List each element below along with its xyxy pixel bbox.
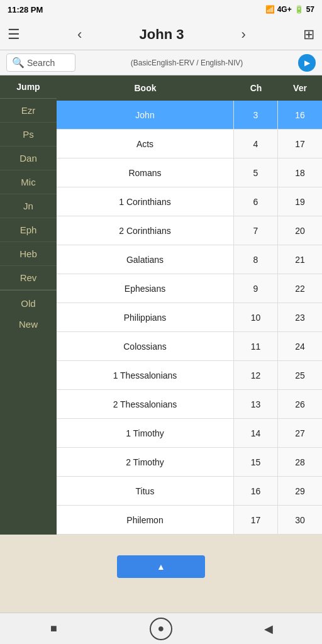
column-headers: Book Ch Ver xyxy=(57,75,322,101)
network-type: 4G+ xyxy=(277,5,292,14)
jump-sidebar: Jump Ezr Ps Dan Mic Jn Eph Heb Rev Old N… xyxy=(0,75,57,535)
book-cell: 2 Timothy xyxy=(57,448,234,476)
table-row[interactable]: Galatians821 xyxy=(57,245,322,274)
table-row[interactable]: 2 Timothy1528 xyxy=(57,448,322,477)
ver-cell: 27 xyxy=(278,419,322,447)
prev-chapter-icon[interactable]: ‹ xyxy=(77,26,82,43)
book-cell: Galatians xyxy=(57,245,234,274)
jump-item-old[interactable]: Old xyxy=(0,293,57,314)
translation-label: (BasicEnglish-ERV / English-NIV) xyxy=(80,58,293,67)
ch-cell: 10 xyxy=(234,303,278,331)
table-row[interactable]: 1 Corinthians619 xyxy=(57,187,322,216)
book-cell: Acts xyxy=(57,130,234,158)
ch-cell: 3 xyxy=(234,101,278,129)
ver-header: Ver xyxy=(278,75,322,101)
ch-cell: 13 xyxy=(234,390,278,418)
grid-icon[interactable]: ⊞ xyxy=(303,26,314,43)
jump-item-rev[interactable]: Rev xyxy=(0,266,57,290)
status-icons: 📶 4G+ 🔋 57 xyxy=(265,5,314,14)
back-button[interactable]: ◀ xyxy=(257,618,280,640)
bottom-nav: ■ ● ◀ xyxy=(0,613,322,644)
book-cell: 1 Thessalonians xyxy=(57,361,234,389)
jump-item-dan[interactable]: Dan xyxy=(0,147,57,170)
table-row[interactable]: Ephesians922 xyxy=(57,274,322,303)
ver-cell: 28 xyxy=(278,448,322,476)
table-row[interactable]: Titus1629 xyxy=(57,477,322,506)
page-title: John 3 xyxy=(140,26,184,43)
battery-icon: 🔋 xyxy=(294,5,304,14)
ch-cell: 6 xyxy=(234,187,278,216)
ch-cell: 4 xyxy=(234,130,278,158)
table-row[interactable]: 2 Corinthians720 xyxy=(57,216,322,245)
book-cell: Ephesians xyxy=(57,274,234,303)
menu-icon[interactable]: ☰ xyxy=(8,26,20,43)
book-cell: 2 Corinthians xyxy=(57,216,234,245)
ch-header: Ch xyxy=(234,75,278,101)
ch-cell: 9 xyxy=(234,274,278,303)
old-new-divider: Old New xyxy=(0,290,57,337)
book-cell: Titus xyxy=(57,477,234,505)
book-cell: 1 Timothy xyxy=(57,419,234,447)
book-cell: 2 Thessalonians xyxy=(57,390,234,418)
ver-cell: 18 xyxy=(278,158,322,187)
book-table: John316Acts417Romans5181 Corinthians6192… xyxy=(57,101,322,535)
ver-cell: 24 xyxy=(278,332,322,360)
jump-item-ezr[interactable]: Ezr xyxy=(0,99,57,123)
book-cell: John xyxy=(57,101,234,129)
jump-item-new[interactable]: New xyxy=(0,314,57,335)
ch-cell: 16 xyxy=(234,477,278,505)
next-chapter-icon[interactable]: › xyxy=(242,26,246,43)
battery-level: 57 xyxy=(306,5,314,14)
table-row[interactable]: Philippians1023 xyxy=(57,303,322,332)
ver-cell: 21 xyxy=(278,245,322,274)
ch-cell: 5 xyxy=(234,158,278,187)
search-label: Search xyxy=(27,58,55,68)
ch-cell: 17 xyxy=(234,506,278,534)
ch-cell: 15 xyxy=(234,448,278,476)
triangle-up-icon: ▲ xyxy=(157,562,165,572)
right-panel: Book Ch Ver John316Acts417Romans5181 Cor… xyxy=(57,75,322,535)
jump-item-ps[interactable]: Ps xyxy=(0,123,57,147)
book-cell: Romans xyxy=(57,158,234,187)
ch-cell: 7 xyxy=(234,216,278,245)
table-row[interactable]: John316 xyxy=(57,101,322,130)
table-row[interactable]: 1 Timothy1427 xyxy=(57,419,322,448)
jump-header: Jump xyxy=(0,75,57,99)
ver-cell: 26 xyxy=(278,390,322,418)
home-indicator[interactable]: ▲ xyxy=(117,555,205,578)
ver-cell: 23 xyxy=(278,303,322,331)
signal-icon: 📶 xyxy=(265,5,275,14)
jump-item-heb[interactable]: Heb xyxy=(0,242,57,266)
jump-item-jn[interactable]: Jn xyxy=(0,194,57,218)
book-cell: Colossians xyxy=(57,332,234,360)
table-row[interactable]: Philemon1730 xyxy=(57,506,322,535)
search-input-area[interactable]: 🔍 Search xyxy=(6,53,75,72)
ver-cell: 20 xyxy=(278,216,322,245)
ch-cell: 12 xyxy=(234,361,278,389)
search-icon: 🔍 xyxy=(12,57,25,69)
play-button[interactable]: ▶ xyxy=(298,54,316,72)
ver-cell: 25 xyxy=(278,361,322,389)
jump-item-mic[interactable]: Mic xyxy=(0,170,57,194)
table-row[interactable]: 1 Thessalonians1225 xyxy=(57,361,322,390)
square-button[interactable]: ■ xyxy=(42,618,65,640)
table-row[interactable]: 2 Thessalonians1326 xyxy=(57,390,322,419)
ver-cell: 22 xyxy=(278,274,322,303)
search-bar: 🔍 Search (BasicEnglish-ERV / English-NIV… xyxy=(0,50,322,75)
ver-cell: 17 xyxy=(278,130,322,158)
main-content: 16 He that believeth on him is not conde… xyxy=(0,75,322,613)
jump-item-eph[interactable]: Eph xyxy=(0,218,57,242)
time: 11:28 PM xyxy=(8,5,43,14)
ver-cell: 16 xyxy=(278,101,322,129)
book-cell: 1 Corinthians xyxy=(57,187,234,216)
book-cell: Philippians xyxy=(57,303,234,331)
status-bar: 11:28 PM 📶 4G+ 🔋 57 xyxy=(0,0,322,19)
book-header: Book xyxy=(57,75,234,101)
table-row[interactable]: Colossians1124 xyxy=(57,332,322,361)
ver-cell: 19 xyxy=(278,187,322,216)
ch-cell: 14 xyxy=(234,419,278,447)
table-row[interactable]: Acts417 xyxy=(57,130,322,158)
circle-button[interactable]: ● xyxy=(150,618,172,640)
table-row[interactable]: Romans518 xyxy=(57,158,322,187)
ver-cell: 29 xyxy=(278,477,322,505)
